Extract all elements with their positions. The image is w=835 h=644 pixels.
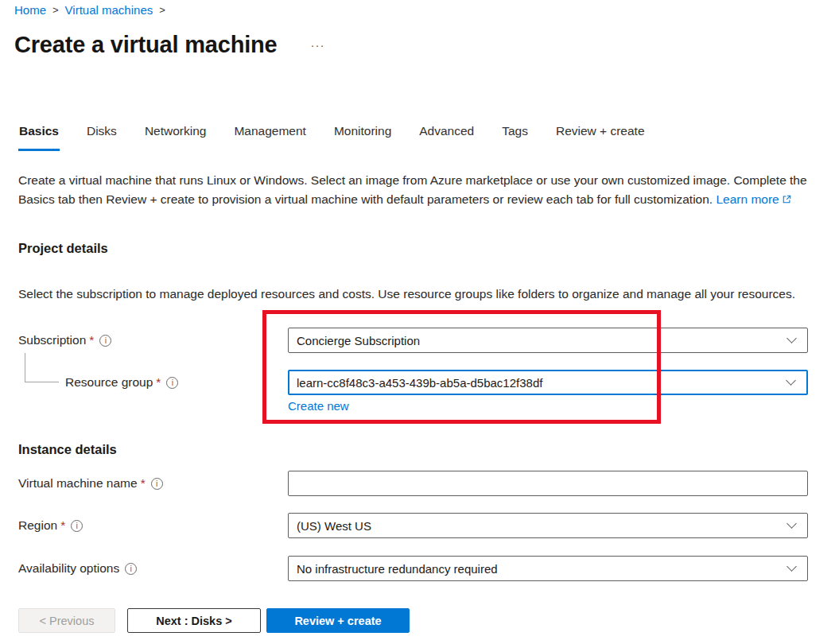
more-options-button[interactable]: ··· [307,36,328,54]
subscription-row: Subscription * i Concierge Subscription [18,328,808,353]
chevron-down-icon [786,561,797,572]
region-control: (US) West US [288,513,808,538]
resource-group-row: Resource group * i learn-cc8f48c3-a453-4… [18,370,808,395]
page-title: Create a virtual machine [14,32,277,58]
intro-body: Create a virtual machine that runs Linux… [18,173,807,206]
resource-group-control: learn-cc8f48c3-a453-439b-ab5a-d5bac12f38… [288,370,808,395]
chevron-down-icon [786,333,797,343]
breadcrumb-separator: > [159,4,165,16]
region-row: Region * i (US) West US [18,513,808,538]
availability-options-row: Availability options i No infrastructure… [18,556,808,581]
vm-name-label: Virtual machine name [18,476,138,491]
region-label: Region [18,518,57,533]
tab-tags[interactable]: Tags [501,121,529,151]
info-icon[interactable]: i [125,563,137,575]
resource-group-dropdown[interactable]: learn-cc8f48c3-a453-439b-ab5a-d5bac12f38… [288,370,808,395]
availability-options-dropdown[interactable]: No infrastructure redundancy required [288,556,808,581]
external-link-icon [782,193,792,207]
breadcrumb: Home > Virtual machines > [14,3,172,17]
vm-name-row: Virtual machine name * i [18,471,808,496]
required-asterisk: * [60,518,65,533]
create-vm-page: Home > Virtual machines > Create a virtu… [0,0,835,644]
resource-group-value: learn-cc8f48c3-a453-439b-ab5a-d5bac12f38… [297,376,542,390]
vm-name-control [288,471,808,496]
breadcrumb-separator: > [52,4,59,16]
subscription-control: Concierge Subscription [288,328,808,353]
info-icon[interactable]: i [166,377,178,389]
region-label-group: Region * i [18,518,288,533]
availability-label-group: Availability options i [18,561,288,576]
region-dropdown[interactable]: (US) West US [288,513,808,538]
title-row: Create a virtual machine ··· [14,32,328,58]
required-asterisk: * [89,333,94,347]
tab-advanced[interactable]: Advanced [418,121,475,151]
availability-options-value: No infrastructure redundancy required [297,562,498,576]
subscription-dropdown[interactable]: Concierge Subscription [288,328,808,353]
chevron-down-icon [786,375,796,386]
tab-basics[interactable]: Basics [18,121,60,151]
tab-networking[interactable]: Networking [144,121,208,151]
section-heading-project-details: Project details [18,241,108,256]
tab-review-create[interactable]: Review + create [555,121,646,151]
tab-disks[interactable]: Disks [86,121,118,151]
subscription-label-group: Subscription * i [18,333,288,347]
resource-group-label: Resource group [65,375,153,390]
info-icon[interactable]: i [71,520,83,532]
availability-options-control: No infrastructure redundancy required [288,556,808,581]
next-disks-button[interactable]: Next : Disks > [127,608,261,633]
subscription-label: Subscription [18,333,86,347]
breadcrumb-virtual-machines[interactable]: Virtual machines [65,3,153,17]
info-icon[interactable]: i [99,335,111,347]
footer-button-bar: < Previous Next : Disks > Review + creat… [18,608,410,633]
project-details-description: Select the subscription to manage deploy… [18,285,815,304]
section-heading-instance-details: Instance details [18,442,117,457]
learn-more-link[interactable]: Learn more [716,192,779,206]
subscription-value: Concierge Subscription [297,334,420,347]
vm-name-label-group: Virtual machine name * i [18,476,288,491]
resource-group-label-group: Resource group * i [18,375,288,390]
review-create-button[interactable]: Review + create [266,608,410,633]
previous-button[interactable]: < Previous [18,608,115,633]
required-asterisk: * [141,476,146,491]
chevron-down-icon [786,518,797,529]
tab-bar: Basics Disks Networking Management Monit… [18,121,646,151]
info-icon[interactable]: i [151,478,163,490]
availability-options-label: Availability options [18,561,119,576]
required-asterisk: * [156,375,161,390]
region-value: (US) West US [297,519,371,533]
breadcrumb-home[interactable]: Home [14,3,46,17]
create-new-link[interactable]: Create new [288,399,349,413]
intro-text: Create a virtual machine that runs Linux… [18,171,820,210]
vm-name-input[interactable] [288,471,808,496]
tab-management[interactable]: Management [233,121,306,151]
tab-monitoring[interactable]: Monitoring [333,121,392,151]
